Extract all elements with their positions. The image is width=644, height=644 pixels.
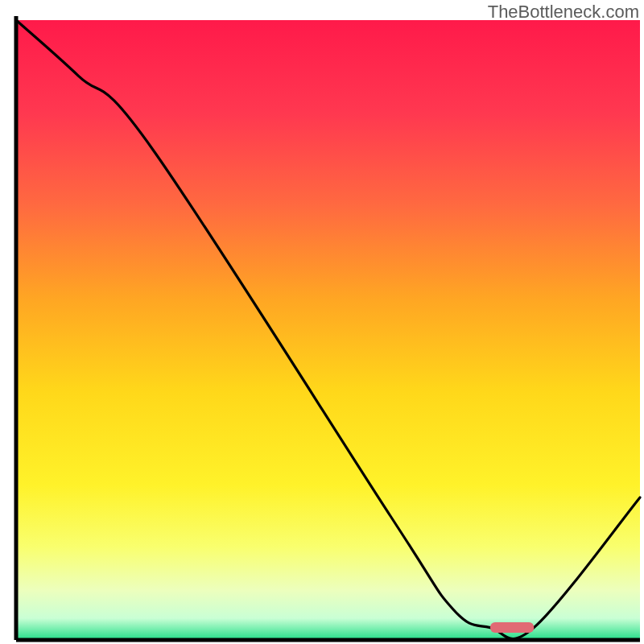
plot-background bbox=[16, 20, 640, 640]
bottleneck-chart bbox=[0, 0, 644, 644]
optimum-marker bbox=[490, 622, 534, 633]
chart-container: TheBottleneck.com bbox=[0, 0, 644, 644]
